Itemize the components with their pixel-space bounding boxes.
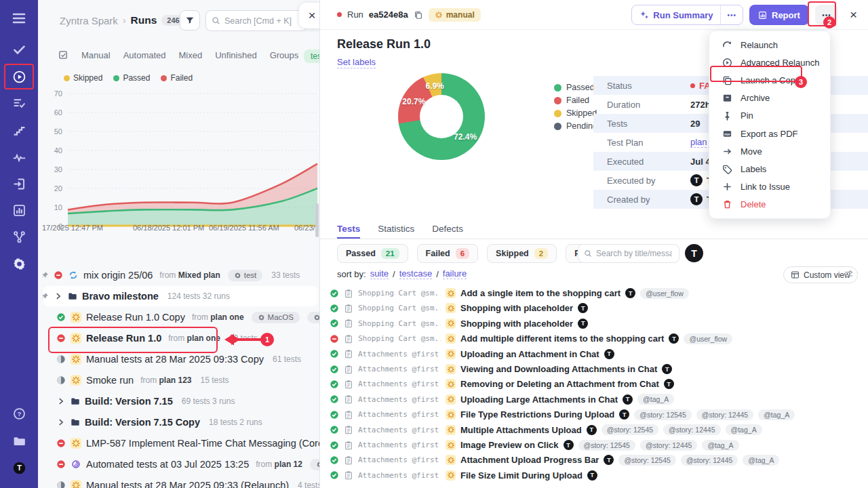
suite-name[interactable]: Shopping Cart @sm... <box>358 319 441 328</box>
sidebar-analytics-icon[interactable] <box>8 199 30 221</box>
menu-item-advanced-relaunch[interactable]: Advanced Relaunch <box>709 54 830 71</box>
test-row[interactable]: Shopping Cart @sm...Shopping with placeh… <box>330 301 868 315</box>
result-tab-defects[interactable]: Defects <box>432 224 463 239</box>
test-title[interactable]: Attachment Upload Progress Bar <box>460 455 599 465</box>
runs-search-input[interactable] <box>224 16 299 26</box>
test-tag[interactable]: @story: 12445 <box>681 455 738 466</box>
suite-name[interactable]: Attachments @first <box>358 426 441 434</box>
sidebar-signin-icon[interactable] <box>8 173 30 195</box>
test-title[interactable]: Add multiple different items to the shop… <box>460 333 664 344</box>
sidebar-help-icon[interactable]: ? <box>8 403 30 424</box>
sidebar-check-icon[interactable] <box>8 39 30 60</box>
suite-name[interactable]: Attachments @first <box>358 441 441 449</box>
suite-name[interactable]: Shopping Cart @sm... <box>358 334 441 343</box>
run-summary-button[interactable]: Run Summary ••• <box>631 5 743 25</box>
set-labels-link[interactable]: Set labels <box>337 57 376 68</box>
test-title[interactable]: File Size Limit During Upload <box>460 470 583 481</box>
copy-run-id-button[interactable] <box>414 10 423 20</box>
suite-name[interactable]: Shopping Cart @sm... <box>358 289 441 298</box>
run-tag[interactable]: MacOS <box>252 312 300 323</box>
test-row[interactable]: Attachments @firstViewing and Downloadin… <box>330 362 868 376</box>
test-title[interactable]: Add a single item to the shopping cart <box>460 288 620 298</box>
filter-pill-skipped[interactable]: Skipped2 <box>487 244 557 263</box>
tests-search[interactable] <box>578 244 679 263</box>
menu-item-archive[interactable]: Archive <box>709 89 830 107</box>
test-tag[interactable]: @tag_A <box>743 455 779 466</box>
run-list-item[interactable]: Build: Version 7.15 Copy18 tests 2 runs <box>43 412 317 432</box>
run-tag[interactable]: test <box>228 270 263 281</box>
run-list-item[interactable]: Smoke runfrom plan 12315 tests <box>43 370 317 390</box>
sidebar-tasks-icon[interactable] <box>8 92 30 114</box>
suite-name[interactable]: Attachments @first <box>358 410 441 419</box>
suite-name[interactable]: Attachments @first <box>358 350 441 359</box>
result-tab-statistics[interactable]: Statistics <box>378 224 414 239</box>
test-tag[interactable]: @story: 12545 <box>601 424 658 435</box>
runs-search[interactable] <box>205 10 307 31</box>
drawer-close-button[interactable]: × <box>299 3 320 28</box>
test-title[interactable]: Viewing and Downloading Attachments in C… <box>460 364 657 374</box>
test-tag[interactable]: @tag_A <box>726 424 762 435</box>
drawer-scrollbar[interactable] <box>315 203 319 237</box>
run-tag[interactable]: dev <box>307 312 320 323</box>
menu-item-export-as-pdf[interactable]: PDFExport as PDF <box>709 125 830 142</box>
test-tag[interactable]: @tag_A <box>702 440 738 451</box>
sort-link-testcase[interactable]: testcase <box>399 268 432 279</box>
menu-item-move[interactable]: Move <box>709 142 830 160</box>
menu-item-labels[interactable]: Labels <box>709 160 830 178</box>
test-row[interactable]: Attachments @firstAttachment Upload Prog… <box>330 453 868 467</box>
test-row[interactable]: Attachments @firstUploading Large Attach… <box>330 392 868 407</box>
breadcrumb-project[interactable]: Zyntra Spark <box>60 15 118 26</box>
run-close-button[interactable]: × <box>850 7 857 22</box>
test-title[interactable]: Uploading an Attachment in Chat <box>460 349 599 359</box>
sidebar-projects-icon[interactable] <box>8 430 30 451</box>
test-title[interactable]: Removing or Deleting an Attachment from … <box>460 379 659 389</box>
sidebar-activity-icon[interactable] <box>8 146 30 168</box>
sidebar-stairs-icon[interactable] <box>8 119 30 141</box>
test-row[interactable]: Attachments @firstImage Preview on Click… <box>330 438 868 452</box>
sort-link-suite[interactable]: suite <box>370 268 389 279</box>
run-more-button[interactable]: ••• <box>815 5 838 25</box>
chevron-right-icon[interactable] <box>54 291 63 301</box>
test-title[interactable]: Shopping with placeholder <box>460 319 573 329</box>
test-title[interactable]: Uploading Large Attachments in Chat <box>460 394 618 405</box>
run-list-item[interactable]: Release Run 1.0from plan one29 tests <box>43 328 317 348</box>
menu-item-delete[interactable]: Delete <box>709 196 830 214</box>
sidebar-runs-play-icon[interactable] <box>8 66 30 87</box>
run-list-item[interactable]: Automated tests at 03 Jul 2025 13:25from… <box>43 454 317 474</box>
test-tag[interactable]: @tag_A <box>758 409 795 420</box>
sidebar-branch-icon[interactable] <box>8 226 30 247</box>
test-tag[interactable]: @story: 12445 <box>640 440 697 451</box>
clipped-tag-badge[interactable]: tes <box>304 49 320 63</box>
user-avatar[interactable]: T <box>685 244 703 262</box>
test-row[interactable]: Attachments @firstMultiple Attachments U… <box>330 423 868 437</box>
suite-name[interactable]: Attachments @first <box>358 471 441 480</box>
test-tag[interactable]: @story: 12545 <box>634 409 691 420</box>
filter-button[interactable] <box>180 10 200 30</box>
test-tag[interactable]: @story: 12545 <box>618 455 675 466</box>
breadcrumb-section[interactable]: Runs <box>131 14 157 26</box>
suite-name[interactable]: Attachments @first <box>358 395 441 404</box>
sidebar-settings-icon[interactable] <box>8 253 30 274</box>
test-title[interactable]: Shopping with placeholder <box>460 303 573 313</box>
menu-item-launch-a-copy[interactable]: Launch a Copy <box>709 71 830 89</box>
run-list-item[interactable]: Release Run 1.0 Copyfrom plan oneMacOSde… <box>43 307 317 327</box>
report-button[interactable]: Report <box>749 5 809 25</box>
suite-name[interactable]: Attachments @first <box>358 455 441 464</box>
test-row[interactable]: Shopping Cart @sm...Shopping with placeh… <box>330 317 868 331</box>
test-row[interactable]: Attachments @firstUploading an Attachmen… <box>330 347 868 361</box>
suite-name[interactable]: Shopping Cart @sm... <box>358 304 441 312</box>
menu-item-pin[interactable]: Pin <box>709 107 830 125</box>
menu-item-relaunch[interactable]: Relaunch <box>709 36 830 54</box>
test-tag[interactable]: @story: 12545 <box>578 440 635 451</box>
run-list-item[interactable]: Manual tests at 28 Mar 2025 09:33 Copy61… <box>43 349 317 369</box>
chevron-right-icon[interactable] <box>56 418 66 427</box>
view-settings-button[interactable] <box>844 269 854 282</box>
run-list-item[interactable]: mix origin 25/06from Mixed plantest33 te… <box>43 265 317 285</box>
test-tag[interactable]: @user_flow <box>684 333 732 344</box>
filter-pill-passed[interactable]: Passed21 <box>337 244 408 263</box>
menu-item-link-to-issue[interactable]: Link to Issue <box>709 178 830 196</box>
test-title[interactable]: File Type Restrictions During Upload <box>460 409 614 420</box>
test-tag[interactable]: @story: 12445 <box>663 424 720 435</box>
run-filter-tab-manual[interactable]: Manual <box>81 50 111 60</box>
run-filter-tab-mixed[interactable]: Mixed <box>179 50 203 60</box>
